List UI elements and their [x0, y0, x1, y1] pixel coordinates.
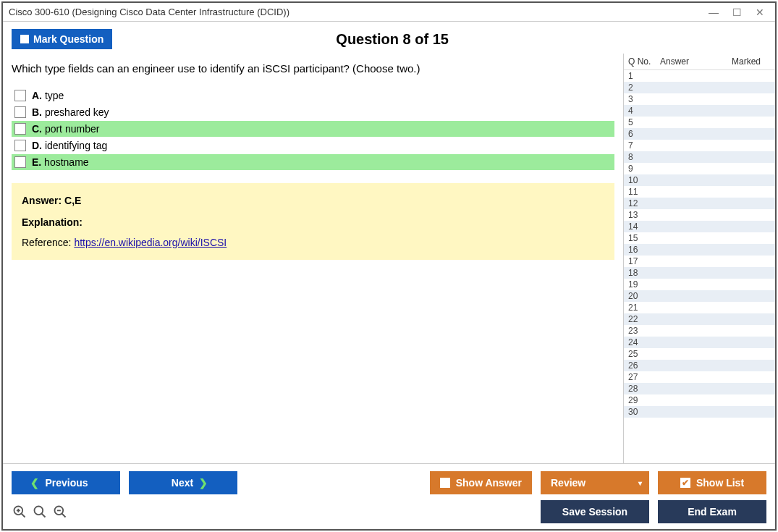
zoom-out-icon[interactable] [52, 504, 68, 520]
list-row[interactable]: 27 [624, 371, 775, 383]
choice-label: D. identifying tag [32, 140, 107, 151]
chevron-right-icon: ❯ [199, 477, 208, 489]
save-session-button[interactable]: Save Session [541, 500, 649, 523]
previous-label: Previous [45, 477, 88, 489]
question-pane: Which type fields can an engineer use to… [3, 54, 623, 463]
close-icon[interactable]: ✕ [755, 7, 765, 18]
svg-line-5 [42, 514, 46, 518]
chevron-left-icon: ❮ [30, 477, 39, 489]
footer: ❮ Previous Next ❯ Show Answer Review ▾ [3, 463, 775, 529]
app-window: Cisco 300-610 (Designing Cisco Data Cent… [1, 1, 777, 531]
svg-line-7 [62, 514, 66, 518]
list-row[interactable]: 7 [624, 140, 775, 151]
show-answer-label: Show Answer [456, 477, 522, 489]
next-label: Next [172, 477, 193, 489]
list-row[interactable]: 17 [624, 256, 775, 267]
list-row[interactable]: 2 [624, 82, 775, 93]
list-row[interactable]: 4 [624, 105, 775, 117]
footer-row-1: ❮ Previous Next ❯ Show Answer Review ▾ [12, 471, 766, 494]
list-row[interactable]: 26 [624, 360, 775, 371]
list-row[interactable]: 9 [624, 163, 775, 174]
window-controls: — ☐ ✕ [709, 7, 769, 18]
checkbox-icon[interactable] [14, 140, 26, 151]
list-row[interactable]: 6 [624, 128, 775, 140]
question-counter: Question 8 of 15 [112, 31, 672, 48]
checkbox-icon[interactable] [14, 90, 26, 101]
checkbox-icon[interactable] [14, 106, 26, 118]
reference-link[interactable]: https://en.wikipedia.org/wiki/ISCSI [74, 237, 227, 248]
minimize-icon[interactable]: — [709, 7, 719, 18]
end-exam-button[interactable]: End Exam [658, 500, 766, 523]
list-row[interactable]: 30 [624, 406, 775, 418]
body-row: Which type fields can an engineer use to… [3, 54, 775, 463]
question-list-pane: Q No. Answer Marked 12345678910111213141… [623, 54, 775, 463]
list-row[interactable]: 24 [624, 337, 775, 348]
review-dropdown[interactable]: Review ▾ [541, 471, 649, 494]
choice-label: E. hostname [32, 156, 89, 168]
list-row[interactable]: 23 [624, 325, 775, 337]
list-row[interactable]: 29 [624, 394, 775, 406]
checkbox-icon[interactable] [14, 156, 26, 168]
list-row[interactable]: 18 [624, 267, 775, 279]
chevron-down-icon: ▾ [638, 479, 642, 487]
list-row[interactable]: 13 [624, 209, 775, 221]
choice-a[interactable]: A. type [12, 88, 614, 104]
zoom-in-icon[interactable] [32, 504, 48, 520]
footer-row-2: Save Session End Exam [12, 500, 766, 523]
next-button[interactable]: Next ❯ [129, 471, 237, 494]
choice-b[interactable]: B. preshared key [12, 104, 614, 120]
list-row[interactable]: 12 [624, 198, 775, 209]
choice-label: C. port number [32, 123, 99, 135]
list-row[interactable]: 3 [624, 93, 775, 105]
choice-label: A. type [32, 90, 64, 101]
col-marked: Marked [711, 56, 771, 67]
explanation-heading: Explanation: [22, 216, 604, 228]
header-row: Mark Question Question 8 of 15 [3, 22, 775, 54]
svg-point-4 [35, 507, 43, 515]
list-row[interactable]: 14 [624, 221, 775, 232]
maximize-icon[interactable]: ☐ [732, 7, 742, 18]
col-answer: Answer [660, 56, 711, 67]
choice-list: A. typeB. preshared keyC. port numberD. … [12, 88, 614, 170]
list-row[interactable]: 21 [624, 302, 775, 313]
list-row[interactable]: 22 [624, 313, 775, 325]
checkbox-icon[interactable] [14, 123, 26, 135]
list-body[interactable]: 1234567891011121314151617181920212223242… [624, 70, 775, 463]
choice-e[interactable]: E. hostname [12, 154, 614, 170]
list-row[interactable]: 25 [624, 348, 775, 360]
show-list-button[interactable]: ✔ Show List [658, 471, 766, 494]
choice-c[interactable]: C. port number [12, 121, 614, 137]
list-row[interactable]: 1 [624, 70, 775, 82]
reference-prefix: Reference: [22, 237, 74, 248]
list-header: Q No. Answer Marked [624, 54, 775, 70]
list-row[interactable]: 15 [624, 232, 775, 244]
checkbox-icon [440, 478, 450, 488]
zoom-controls [12, 504, 68, 520]
question-text: Which type fields can an engineer use to… [12, 62, 614, 75]
list-row[interactable]: 20 [624, 290, 775, 302]
choice-d[interactable]: D. identifying tag [12, 138, 614, 153]
explanation-panel: Answer: C,E Explanation: Reference: http… [12, 183, 614, 260]
list-row[interactable]: 16 [624, 244, 775, 256]
list-row[interactable]: 8 [624, 151, 775, 163]
list-row[interactable]: 19 [624, 279, 775, 290]
list-row[interactable]: 5 [624, 117, 775, 128]
window-title: Cisco 300-610 (Designing Cisco Data Cent… [9, 7, 289, 17]
mark-question-button[interactable]: Mark Question [12, 29, 112, 49]
list-row[interactable]: 11 [624, 186, 775, 198]
svg-line-1 [22, 514, 25, 518]
zoom-reset-icon[interactable] [12, 504, 28, 520]
show-answer-button[interactable]: Show Answer [430, 471, 532, 494]
show-list-label: Show List [696, 477, 744, 489]
mark-question-label: Mark Question [33, 33, 103, 45]
end-exam-label: End Exam [688, 506, 737, 518]
content: Mark Question Question 8 of 15 Which typ… [3, 22, 775, 529]
list-row[interactable]: 10 [624, 174, 775, 186]
checkbox-icon [20, 35, 29, 43]
list-row[interactable]: 28 [624, 383, 775, 394]
reference-line: Reference: https://en.wikipedia.org/wiki… [22, 237, 604, 248]
choice-label: B. preshared key [32, 106, 109, 118]
review-label: Review [551, 477, 585, 489]
answer-line: Answer: C,E [22, 195, 604, 206]
previous-button[interactable]: ❮ Previous [12, 471, 120, 494]
